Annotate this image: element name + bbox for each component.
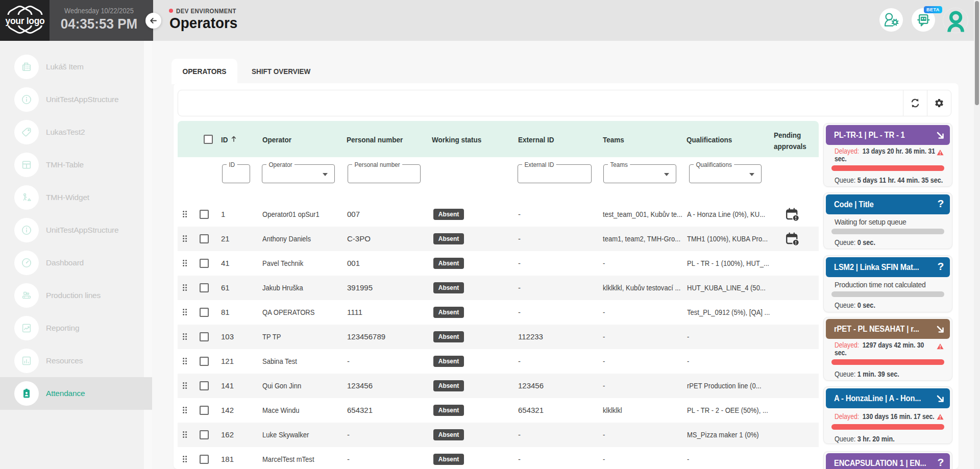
svg-text:?: ? (938, 458, 944, 468)
svg-text:?: ? (938, 199, 944, 209)
svg-text:?: ? (938, 262, 944, 272)
svg-text:your logo: your logo (5, 16, 44, 26)
